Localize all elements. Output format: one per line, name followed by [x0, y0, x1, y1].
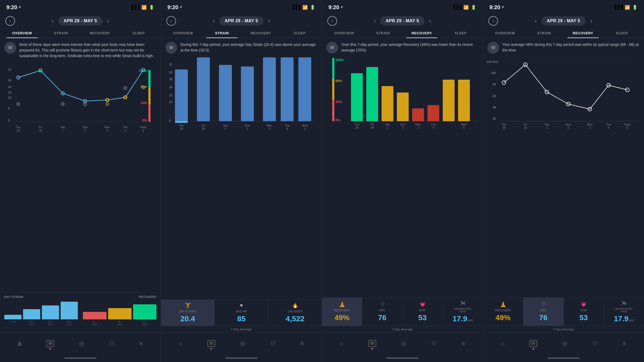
back-button-2[interactable]: ↑: [166, 16, 176, 26]
svg-rect-84: [397, 93, 409, 121]
day-strain-label: DAY STRAIN: [4, 295, 78, 298]
svg-text:29: 29: [17, 129, 20, 132]
prev-week-4[interactable]: ‹: [533, 17, 539, 25]
tab-strain-1[interactable]: STRAIN: [42, 28, 80, 38]
signal-icon-4: ▐▐▐: [613, 5, 623, 10]
next-week-1[interactable]: ›: [105, 17, 111, 25]
back-button-3[interactable]: ↑: [327, 16, 337, 26]
summary-section-1: W Most of these days were more intense t…: [0, 38, 161, 62]
tab-bar-menu-4[interactable]: ≡: [623, 340, 626, 347]
tab-bar-camera-2[interactable]: ◎: [240, 340, 245, 347]
stat-rhr-3[interactable]: 💗 RHR 53: [402, 298, 443, 326]
stat-day-strain[interactable]: 🏋 DAY STRAIN 20.4: [161, 300, 215, 326]
panel-recovery: 9:20 ↗ ▐▐▐ 📶 🔋 ↑ ‹ APR 29 - MAY 5 › OVER…: [322, 0, 483, 362]
next-week-2[interactable]: ›: [266, 17, 272, 25]
stat-resp-3[interactable]: 🌬 RESPIRATORYRATE 17.9 rpm: [443, 298, 483, 326]
calories-label: CALORIES: [288, 310, 302, 313]
stat-hrv-3[interactable]: ♡ HRV 76: [362, 298, 402, 326]
svg-text:29: 29: [180, 127, 183, 130]
tab-bar-team-2[interactable]: ⚇: [270, 340, 276, 347]
tab-strain-3[interactable]: STRAIN: [364, 28, 402, 38]
battery-icon-3: 🔋: [471, 5, 476, 10]
tab-bar-camera-3[interactable]: ◎: [401, 340, 406, 347]
avatar-3: W: [326, 42, 338, 54]
svg-rect-57: [298, 57, 311, 121]
status-icons-2: ▐▐▐ 📶 🔋: [291, 5, 315, 10]
svg-text:0: 0: [169, 119, 171, 122]
tab-bar-home-4[interactable]: ⌂: [501, 340, 504, 347]
tab-bar-camera-4[interactable]: ◎: [562, 340, 567, 347]
tab-overview-4[interactable]: OVERVIEW: [486, 28, 525, 38]
svg-text:Sat: Sat: [223, 124, 228, 127]
chart-area-2: 21 18 16 14 12 10 0: [161, 57, 322, 300]
tab-bar-menu-2[interactable]: ≡: [301, 340, 304, 347]
tab-bar-team-1[interactable]: ⚇: [109, 340, 115, 347]
tab-strain-4[interactable]: STRAIN: [525, 28, 564, 38]
status-time-2: 9:20 ↗: [167, 4, 182, 10]
tab-bar-menu-1[interactable]: ≡: [140, 340, 143, 347]
stat-avg-hr[interactable]: ♥ AVG HR 85: [215, 300, 268, 326]
panel-body-2: W During this 7-day period, your average…: [161, 38, 322, 362]
svg-text:33%: 33%: [335, 100, 342, 104]
stat-rhr-4[interactable]: 💗 RHR 53: [564, 298, 604, 326]
back-button-1[interactable]: ↑: [5, 16, 15, 26]
stat-recovery-3[interactable]: 🧘 RECOVERY 49%: [322, 298, 362, 326]
tab-bar-team-4[interactable]: ⚇: [592, 340, 598, 347]
hrv-chart: 120 (ms) 102 84 66 48 30: [485, 57, 642, 141]
summary-section-4: W Your average HRV during this 7-day per…: [483, 38, 644, 57]
resp-label-4: RESPIRATORYRATE: [616, 308, 633, 313]
status-time-4: 9:20 ↗: [489, 4, 504, 10]
svg-text:30: 30: [371, 126, 374, 129]
tab-sleep-3[interactable]: SLEEP: [441, 28, 480, 38]
tab-bar-home-2[interactable]: ⌂: [179, 340, 182, 347]
tab-overview-1[interactable]: OVERVIEW: [3, 28, 42, 38]
tab-strain-2[interactable]: STRAIN: [203, 28, 241, 38]
tab-bar-whoop-2[interactable]: W: [207, 340, 215, 347]
tabs-2: OVERVIEW STRAIN RECOVERY SLEEP: [161, 28, 322, 38]
prev-week-3[interactable]: ‹: [372, 17, 378, 25]
stat-recovery-4[interactable]: 🧘 RECOVERY 49%: [483, 298, 523, 326]
stat-resp-4[interactable]: 🌬 RESPIRATORYRATE 17.9 rpm: [604, 298, 644, 326]
tabs-3: OVERVIEW STRAIN RECOVERY SLEEP: [322, 28, 483, 38]
tab-bar-home-3[interactable]: ⌂: [340, 340, 343, 347]
team-icon-1: ⚇: [109, 340, 115, 347]
date-range-nav-4: ‹ APR 29 - MAY 5 ›: [533, 16, 594, 25]
seven-day-avg-2: 7-Day Average: [161, 326, 322, 333]
tab-bar-whoop-4[interactable]: W: [529, 340, 537, 347]
svg-point-25: [84, 103, 86, 106]
strain-mini: DAY STRAIN < 10.0 10.1-14.0 14.1-18.0 18…: [4, 295, 78, 330]
nav-header-4: ↑ ‹ APR 29 - MAY 5 ›: [483, 13, 644, 28]
resp-icon-4: 🌬: [621, 300, 626, 306]
next-week-3[interactable]: ›: [427, 17, 433, 25]
tab-recovery-1[interactable]: RECOVERY: [80, 28, 119, 38]
svg-text:30: 30: [493, 117, 496, 120]
svg-text:4: 4: [608, 126, 609, 129]
stat-hrv-4[interactable]: ♡ HRV 76: [523, 298, 564, 326]
tab-overview-3[interactable]: OVERVIEW: [325, 28, 364, 38]
prev-week-1[interactable]: ‹: [50, 17, 56, 25]
tab-overview-2[interactable]: OVERVIEW: [164, 28, 203, 38]
hrv-value-3: 76: [378, 313, 386, 322]
tab-bar-whoop-3[interactable]: W: [368, 340, 376, 347]
svg-text:102: 102: [491, 71, 496, 75]
hr-value: 85: [237, 315, 246, 323]
tab-recovery-3[interactable]: RECOVERY: [402, 28, 441, 38]
svg-text:18: 18: [169, 71, 172, 74]
tab-sleep-2[interactable]: SLEEP: [280, 28, 319, 38]
status-icons-3: ▐▐▐ 📶 🔋: [452, 5, 476, 10]
next-week-4[interactable]: ›: [588, 17, 594, 25]
tab-sleep-4[interactable]: SLEEP: [602, 28, 641, 38]
tab-recovery-4[interactable]: RECOVERY: [564, 28, 602, 38]
tab-bar-camera-1[interactable]: ◎: [79, 340, 84, 347]
tab-bar-menu-3[interactable]: ≡: [462, 340, 465, 347]
tab-bar-whoop-1[interactable]: W: [46, 340, 54, 347]
tab-bar-home-1[interactable]: ⌂: [18, 340, 21, 347]
tab-sleep-1[interactable]: SLEEP: [119, 28, 158, 38]
prev-week-2[interactable]: ‹: [211, 17, 217, 25]
tab-recovery-2[interactable]: RECOVERY: [241, 28, 280, 38]
tab-bar-team-3[interactable]: ⚇: [431, 340, 437, 347]
nav-header-2: ↑ ‹ APR 29 - MAY 5 ›: [161, 13, 322, 28]
panel-strain: 9:20 ↗ ▐▐▐ 📶 🔋 ↑ ‹ APR 29 - MAY 5 › OVER…: [161, 0, 322, 362]
stat-calories[interactable]: 🔥 CALORIES 4,522: [268, 300, 322, 326]
back-button-4[interactable]: ↑: [488, 16, 498, 26]
